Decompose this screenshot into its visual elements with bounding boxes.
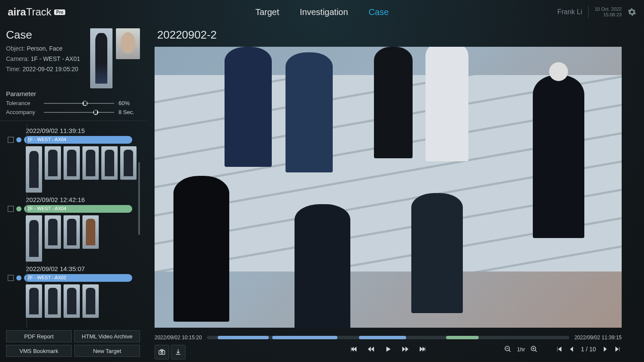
event-item: 2022/09/02 14:35:072F - WEST - AX02 xyxy=(8,265,137,318)
main-panel: 20220902-2 2022/09/02 10:15:20 2022/09/0… xyxy=(146,24,644,362)
gear-icon[interactable] xyxy=(628,8,636,16)
person-thumb[interactable] xyxy=(64,146,80,180)
person-thumb[interactable] xyxy=(120,146,137,180)
datetime: 10 Oct. 2022 15:06:23 xyxy=(595,6,622,18)
tab-target[interactable]: Target xyxy=(255,7,279,17)
sidebar: Case Object: Person, Face Camera: 1F - W… xyxy=(0,24,146,362)
person-thumb[interactable] xyxy=(26,215,42,262)
vms-bookmark-button[interactable]: VMS Bookmark xyxy=(6,345,72,357)
event-checkbox[interactable] xyxy=(8,275,14,281)
event-time: 2022/09/02 14:35:07 xyxy=(26,265,137,272)
timeline-segment[interactable] xyxy=(446,336,479,339)
download-button[interactable] xyxy=(171,345,185,359)
person-thumb[interactable] xyxy=(82,284,99,318)
event-time: 2022/09/02 12:42:16 xyxy=(26,196,137,203)
skip-back-icon[interactable] xyxy=(350,345,358,353)
person-thumb[interactable] xyxy=(64,284,80,318)
camera-pill[interactable]: 1F - WEST - AX04 xyxy=(24,136,132,144)
page-prev-icon[interactable] xyxy=(568,345,576,353)
parameter-heading: Parameter xyxy=(6,90,140,97)
page-first-icon[interactable] xyxy=(555,345,563,353)
tab-investigation[interactable]: Investigation xyxy=(300,7,348,17)
rewind-icon[interactable] xyxy=(367,345,375,353)
person-thumb[interactable] xyxy=(101,146,118,180)
page-indicator: 1 / 10 xyxy=(581,346,596,353)
timeline-segment[interactable] xyxy=(359,336,406,339)
person-thumb[interactable] xyxy=(45,146,61,180)
skip-forward-icon[interactable] xyxy=(419,345,426,353)
main-nav: TargetInvestigationCase xyxy=(255,7,389,17)
play-icon[interactable] xyxy=(384,345,392,353)
scrollbar[interactable] xyxy=(138,162,140,235)
timeline-segment[interactable] xyxy=(272,336,337,339)
fast-forward-icon[interactable] xyxy=(401,345,409,353)
timeline-segment[interactable] xyxy=(218,336,268,339)
event-checkbox[interactable] xyxy=(8,206,14,212)
case-object: Object: Person, Face xyxy=(6,45,86,52)
person-thumb[interactable] xyxy=(82,146,99,180)
timeline-end: 2022/09/02 11:39:15 xyxy=(574,335,622,341)
tolerance-slider[interactable]: Tolerance 60% xyxy=(6,100,140,106)
pdf-report-button[interactable]: PDF Report xyxy=(6,330,72,342)
person-thumb[interactable] xyxy=(64,215,80,249)
person-thumb[interactable] xyxy=(45,284,61,318)
accompany-slider[interactable]: Accompany 8 Sec. xyxy=(6,109,140,115)
person-thumb[interactable] xyxy=(82,215,99,249)
zoom-level: 1hr xyxy=(517,346,525,353)
video-frame[interactable] xyxy=(155,47,622,328)
user-name: Frank Li xyxy=(557,8,582,16)
html-video-archive-button[interactable]: HTML Video Archive xyxy=(74,330,140,342)
new-target-button[interactable]: New Target xyxy=(74,345,140,357)
snapshot-button[interactable] xyxy=(155,345,169,359)
target-face-thumb[interactable] xyxy=(116,28,140,59)
event-dot xyxy=(16,275,21,281)
timeline-start: 2022/09/02 10:15:20 xyxy=(155,335,202,341)
zoom-in-icon[interactable] xyxy=(530,345,538,353)
event-checkbox[interactable] xyxy=(8,137,14,143)
case-id-title: 20220902-2 xyxy=(157,28,622,42)
sidebar-title: Case xyxy=(6,28,86,42)
target-person-thumb[interactable] xyxy=(90,28,112,88)
event-list: 2022/09/02 11:39:151F - WEST - AX042022/… xyxy=(6,124,140,328)
tab-case[interactable]: Case xyxy=(369,7,389,17)
event-item: 2022/09/02 11:39:151F - WEST - AX04 xyxy=(8,127,137,193)
event-time: 2022/09/02 11:39:15 xyxy=(26,127,137,134)
app-logo: airaTrack Pro xyxy=(8,6,65,18)
person-thumb[interactable] xyxy=(26,284,42,318)
event-item: 2022/09/02 12:42:162F - WEST - AX04 xyxy=(8,196,137,262)
person-thumb[interactable] xyxy=(45,215,61,249)
event-dot xyxy=(16,137,21,142)
camera-pill[interactable]: 2F - WEST - AX04 xyxy=(24,205,132,213)
timeline[interactable]: 2022/09/02 10:15:20 2022/09/02 11:39:15 xyxy=(155,335,622,341)
camera-pill[interactable]: 2F - WEST - AX02 xyxy=(24,274,132,282)
event-dot xyxy=(16,206,21,211)
zoom-out-icon[interactable] xyxy=(504,345,512,353)
svg-point-1 xyxy=(161,352,163,354)
person-thumb[interactable] xyxy=(26,146,42,193)
case-camera: Camera: 1F - WEST - AX01 xyxy=(6,55,86,62)
pro-badge: Pro xyxy=(54,9,66,15)
page-next-icon[interactable] xyxy=(601,345,609,353)
case-time: Time: 2022-09-02 19:05:20 xyxy=(6,66,86,72)
page-last-icon[interactable] xyxy=(614,345,622,353)
divider xyxy=(588,6,589,18)
